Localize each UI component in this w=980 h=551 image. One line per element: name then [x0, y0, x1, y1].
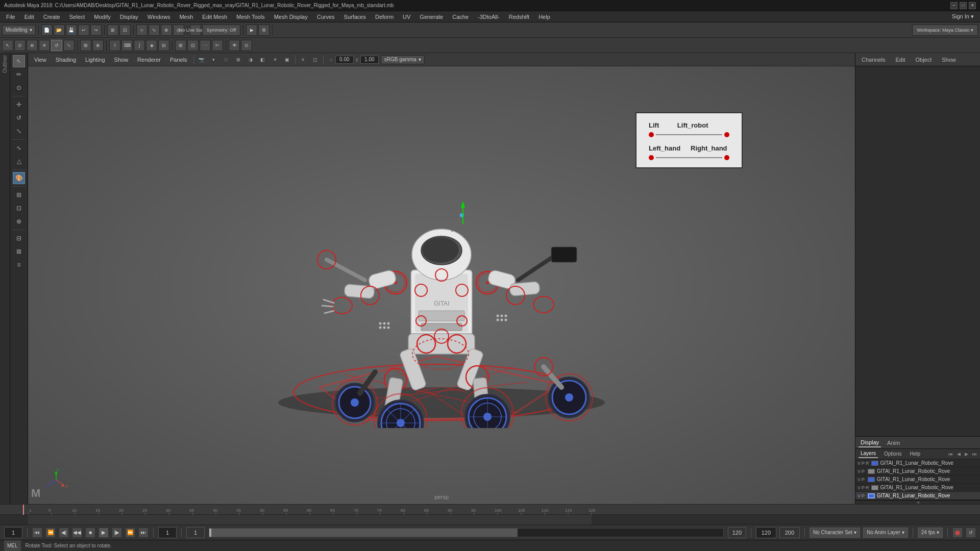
edit-tab[interactable]: Edit	[893, 56, 907, 64]
rotate-left-btn[interactable]: ↺	[13, 112, 25, 124]
rivet-btn[interactable]: ◈	[146, 40, 157, 51]
range-handle[interactable]	[209, 529, 211, 537]
play-fwd-btn[interactable]: ▶	[99, 528, 109, 538]
outline-label[interactable]: Outliner	[2, 55, 8, 73]
menu-cache[interactable]: Cache	[448, 13, 473, 21]
range-bar[interactable]	[209, 528, 724, 537]
cycle-mode-btn[interactable]: ↺	[966, 528, 976, 538]
menu-meshdisplay[interactable]: Mesh Display	[270, 13, 312, 21]
vp-camera-btn[interactable]: 📷	[197, 55, 206, 64]
vp-light-btn[interactable]: ☀	[271, 55, 280, 64]
layer-v-4[interactable]: V	[857, 485, 861, 490]
layer-v-3[interactable]: V	[857, 477, 861, 482]
close-button[interactable]: ✕	[969, 2, 976, 9]
snap-grid-btn[interactable]: ⊹	[136, 24, 148, 36]
snap-edge-btn[interactable]: ∫	[134, 40, 145, 51]
snap-obj-left[interactable]: ⊕	[13, 215, 25, 228]
undo-btn[interactable]: ↩	[78, 24, 89, 36]
object-tab[interactable]: Object	[913, 56, 934, 64]
menu-redshift[interactable]: Redshift	[505, 13, 533, 21]
snap-surface-btn[interactable]: ⌨	[121, 40, 133, 51]
step-fwd-btn[interactable]: ⏩	[125, 528, 135, 538]
poly-left-btn[interactable]: △	[13, 155, 25, 167]
axis-constraint-btn[interactable]: ⊞	[175, 40, 186, 51]
layer-p-5[interactable]: P	[862, 493, 865, 498]
snap-point-btn[interactable]: ⊕	[161, 24, 172, 36]
goto-end-btn[interactable]: ⏭	[138, 528, 149, 538]
playback-end-frame[interactable]	[756, 527, 776, 538]
save-scene-btn[interactable]: 💾	[66, 24, 77, 36]
select-tool-btn[interactable]: ↖	[2, 40, 13, 51]
open-scene-btn[interactable]: 📂	[54, 24, 65, 36]
display-layer-btn[interactable]: ⊟	[13, 232, 25, 244]
minimize-button[interactable]: ─	[950, 2, 958, 9]
vp-shadow-btn[interactable]: ▣	[283, 55, 292, 64]
layer-color-4[interactable]	[871, 485, 878, 490]
right-panel-collapse[interactable]: ◀	[855, 500, 980, 504]
exposure-input[interactable]: 0.00	[335, 56, 354, 64]
menu-select[interactable]: Select	[65, 13, 89, 21]
layer-nav-prev[interactable]: ◀	[957, 452, 961, 457]
rotate-tool-btn[interactable]: ↺	[51, 40, 62, 51]
menu-3dtool[interactable]: -3DtoAll-	[474, 13, 504, 21]
symmetry-btn[interactable]: Symmetry: Off	[202, 24, 240, 36]
layer-v-2[interactable]: V	[857, 469, 861, 474]
layer-nav-next[interactable]: ▶	[965, 452, 968, 457]
universal-manip-btn[interactable]: ⊞	[80, 40, 91, 51]
menu-editmesh[interactable]: Edit Mesh	[198, 13, 231, 21]
mel-button[interactable]: MEL	[4, 540, 21, 551]
move-tool-btn[interactable]: ✛	[39, 40, 50, 51]
menu-help[interactable]: Help	[534, 13, 554, 21]
snap-curve-btn[interactable]: ∿	[149, 24, 160, 36]
move-left-btn[interactable]: ✛	[13, 98, 25, 111]
menu-meshtools[interactable]: Mesh Tools	[232, 13, 268, 21]
gamma-input[interactable]: 1.00	[360, 56, 379, 64]
snap-view-left[interactable]: ⊡	[13, 202, 25, 214]
vp-hud-btn[interactable]: ◫	[311, 55, 320, 64]
anim-tab[interactable]: Anim	[885, 439, 902, 447]
soft-select-btn[interactable]: ⋯	[200, 40, 211, 51]
vp-grid-btn[interactable]: #	[299, 55, 308, 64]
vp-wireframe-btn[interactable]: ⊠	[234, 55, 243, 64]
layer-color-2[interactable]	[868, 469, 875, 474]
menu-surfaces[interactable]: Surfaces	[340, 13, 370, 21]
layer-color-3[interactable]	[868, 477, 875, 482]
no-live-surface-btn[interactable]: No Live Surface	[190, 24, 201, 36]
current-frame-input[interactable]	[158, 527, 177, 538]
input-output-btn[interactable]: ⊠	[13, 245, 25, 258]
mode-dropdown[interactable]: Modelling ▾	[2, 25, 36, 35]
menu-modify[interactable]: Modify	[90, 13, 114, 21]
component-constraint-btn[interactable]: ⊡	[187, 40, 199, 51]
next-key-btn[interactable]: |▶	[112, 528, 122, 538]
scale-left-btn[interactable]: ⤡	[13, 125, 25, 137]
goto-start-btn[interactable]: ⏮	[32, 528, 42, 538]
vp-textured-btn[interactable]: ◧	[258, 55, 267, 64]
vp-panels-menu[interactable]: Panels	[167, 56, 190, 64]
layer-v-1[interactable]: V	[857, 461, 861, 466]
menu-mesh[interactable]: Mesh	[175, 13, 197, 21]
auto-key-btn[interactable]: ⬤	[952, 528, 963, 538]
layer-r-4[interactable]: R	[866, 485, 869, 490]
select-by-hierarchy-btn[interactable]: ⊞	[107, 24, 118, 36]
layer-p-2[interactable]: P	[862, 469, 865, 474]
paint-left-btn[interactable]: ✏	[13, 68, 25, 81]
soft-mod-btn[interactable]: ⊕	[92, 40, 104, 51]
paint-select-btn[interactable]: ⊛	[27, 40, 38, 51]
layer-v-5[interactable]: V	[857, 493, 861, 498]
play-back-btn[interactable]: ◀◀	[72, 528, 82, 538]
show-sel-btn[interactable]: ⊙	[241, 40, 252, 51]
display-tab[interactable]: Display	[859, 438, 881, 447]
snap-grid-left[interactable]: ⊞	[13, 189, 25, 201]
menu-generate[interactable]: Generate	[415, 13, 447, 21]
viewport-canvas[interactable]: GITAI	[28, 66, 855, 504]
menu-display[interactable]: Display	[116, 13, 142, 21]
vp-shading-menu[interactable]: Shading	[53, 56, 79, 64]
menu-signin[interactable]: Sign In ▾	[948, 12, 978, 21]
layer-p-4[interactable]: P	[862, 485, 865, 490]
step-back-btn[interactable]: ⏪	[45, 528, 56, 538]
colorspace-dropdown[interactable]: sRGB gamma ▾	[381, 55, 425, 64]
new-scene-btn[interactable]: 📄	[41, 24, 53, 36]
render-btn[interactable]: ▶	[246, 24, 257, 36]
vp-renderer-menu[interactable]: Renderer	[134, 56, 164, 64]
timeline-bar[interactable]	[0, 515, 980, 524]
